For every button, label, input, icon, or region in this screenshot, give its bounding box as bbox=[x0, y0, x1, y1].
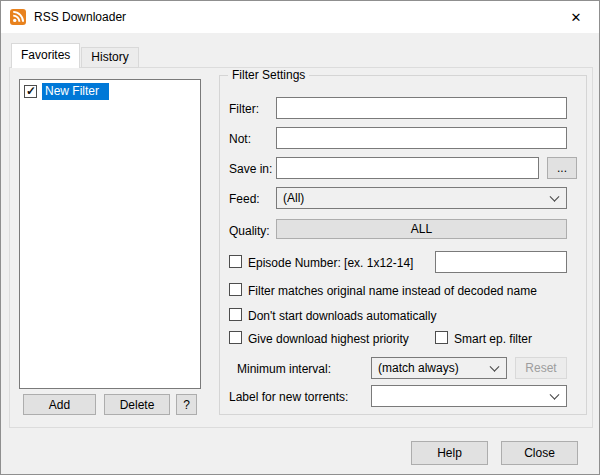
torrent-label-label: Label for new torrents: bbox=[229, 390, 348, 404]
window-title: RSS Downloader bbox=[34, 10, 126, 24]
torrent-label-dropdown[interactable] bbox=[371, 385, 567, 407]
feed-label: Feed: bbox=[229, 192, 260, 206]
list-help-button[interactable]: ? bbox=[176, 394, 197, 415]
list-item-label[interactable]: New Filter bbox=[42, 83, 109, 100]
highest-priority-label[interactable]: Give download highest priority bbox=[248, 332, 409, 346]
quality-button[interactable]: ALL bbox=[276, 219, 567, 239]
smart-ep-label[interactable]: Smart ep. filter bbox=[454, 332, 532, 346]
save-in-label: Save in: bbox=[229, 162, 272, 176]
not-input[interactable] bbox=[276, 127, 567, 149]
help-button[interactable]: Help bbox=[411, 441, 488, 465]
close-button[interactable]: Close bbox=[501, 441, 578, 465]
minimum-interval-value: (match always) bbox=[378, 361, 459, 375]
quality-label: Quality: bbox=[229, 224, 270, 238]
chevron-down-icon bbox=[550, 390, 560, 400]
chevron-down-icon bbox=[490, 362, 500, 372]
feed-value: (All) bbox=[283, 191, 304, 205]
dont-start-label[interactable]: Don't start downloads automatically bbox=[248, 309, 436, 323]
browse-button[interactable]: ... bbox=[547, 157, 577, 179]
tab-favorites[interactable]: Favorites bbox=[11, 43, 80, 68]
filter-input[interactable] bbox=[276, 97, 567, 119]
delete-button[interactable]: Delete bbox=[104, 394, 170, 415]
tab-history[interactable]: History bbox=[81, 47, 138, 68]
filter-list[interactable]: New Filter bbox=[19, 79, 201, 389]
rss-downloader-dialog: RSS Downloader ✕ Favorites History New F… bbox=[0, 0, 600, 475]
chevron-down-icon bbox=[550, 192, 560, 202]
episode-number-input[interactable] bbox=[435, 251, 567, 273]
add-button[interactable]: Add bbox=[23, 394, 96, 415]
minimum-interval-dropdown[interactable]: (match always) bbox=[371, 357, 507, 379]
new-filter-checkbox[interactable] bbox=[24, 85, 37, 98]
feed-dropdown[interactable]: (All) bbox=[276, 187, 567, 209]
group-title: Filter Settings bbox=[228, 68, 309, 82]
minimum-interval-label: Minimum interval: bbox=[237, 362, 331, 376]
original-name-label[interactable]: Filter matches original name instead of … bbox=[248, 284, 537, 298]
save-in-input[interactable] bbox=[276, 157, 539, 179]
list-item[interactable]: New Filter bbox=[22, 82, 198, 100]
rss-icon bbox=[10, 9, 26, 25]
filter-label: Filter: bbox=[229, 102, 259, 116]
reset-button: Reset bbox=[515, 357, 567, 379]
tab-strip: Favorites History bbox=[11, 43, 140, 68]
titlebar[interactable]: RSS Downloader ✕ bbox=[1, 1, 599, 33]
close-icon[interactable]: ✕ bbox=[553, 1, 599, 33]
episode-number-label[interactable]: Episode Number: [ex. 1x12-14] bbox=[248, 256, 413, 270]
not-label: Not: bbox=[229, 132, 251, 146]
